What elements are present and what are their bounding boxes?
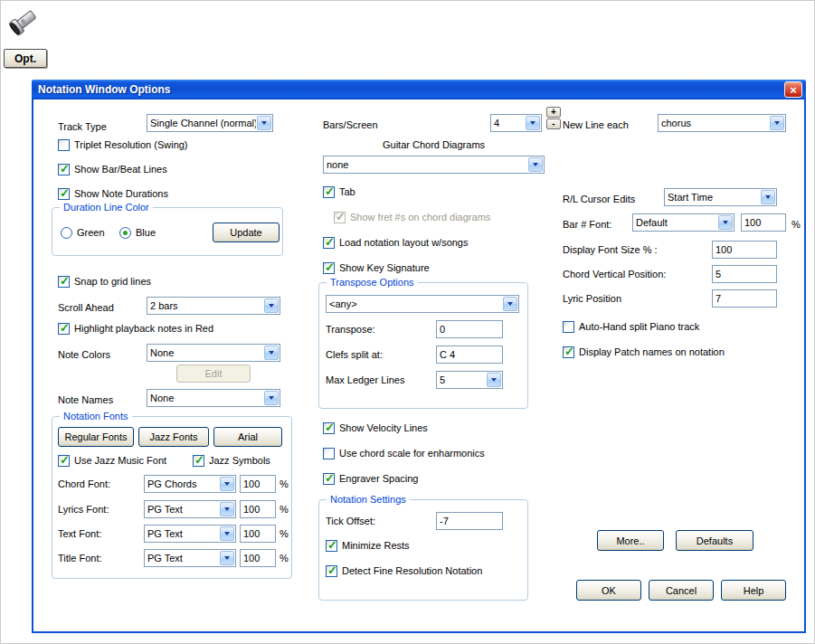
highlight-playback-checkbox[interactable]: Highlight playback notes in Red xyxy=(58,322,213,335)
bars-screen-plus-button[interactable]: + xyxy=(546,107,561,118)
radio-circle xyxy=(61,227,72,239)
text-font-select[interactable]: PG Text xyxy=(144,525,236,543)
show-bar-beat-lines-checkbox[interactable]: Show Bar/Beat Lines xyxy=(58,163,167,175)
chord-vertical-position-input[interactable] xyxy=(712,265,777,283)
show-fret-numbers-checkbox: Show fret #s on chord diagrams xyxy=(334,211,490,223)
track-type-select[interactable]: Single Channel (normal) xyxy=(147,114,273,132)
chevron-down-icon[interactable] xyxy=(257,116,271,130)
new-line-each-label: New Line each xyxy=(563,119,629,131)
chevron-down-icon[interactable] xyxy=(770,116,784,130)
lyrics-font-size-input[interactable] xyxy=(240,500,276,518)
bars-screen-value: 4 xyxy=(491,115,525,131)
radio-label: Green xyxy=(77,227,105,238)
jazz-fonts-button[interactable]: Jazz Fonts xyxy=(138,427,209,447)
chevron-down-icon[interactable] xyxy=(220,502,234,516)
scroll-ahead-select[interactable]: 2 bars xyxy=(147,297,280,315)
transpose-any-select[interactable]: <any> xyxy=(326,295,519,313)
show-note-durations-checkbox[interactable]: Show Note Durations xyxy=(58,187,168,200)
snap-to-grid-checkbox[interactable]: Snap to grid lines xyxy=(58,275,151,288)
note-colors-select[interactable]: None xyxy=(147,344,280,362)
transpose-any-value: <any> xyxy=(327,296,502,312)
blue-radio[interactable]: Blue xyxy=(119,226,156,239)
chevron-down-icon[interactable] xyxy=(264,346,279,360)
display-font-size-input[interactable] xyxy=(712,241,777,259)
lyric-position-input[interactable] xyxy=(712,289,777,308)
show-key-signature-checkbox[interactable]: Show Key Signature xyxy=(323,261,430,274)
lyrics-font-select[interactable]: PG Text xyxy=(144,500,236,518)
chevron-down-icon[interactable] xyxy=(220,526,234,541)
guitar-chord-diagrams-value: none xyxy=(324,156,527,173)
scroll-ahead-label: Scroll Ahead xyxy=(58,302,114,314)
title-font-select[interactable]: PG Text xyxy=(144,549,236,567)
show-velocity-lines-checkbox[interactable]: Show Velocity Lines xyxy=(323,421,428,434)
edit-button[interactable]: Edit xyxy=(176,365,251,383)
arial-button[interactable]: Arial xyxy=(213,427,282,447)
triplet-resolution-checkbox[interactable]: Triplet Resolution (Swing) xyxy=(58,138,188,151)
chord-font-select[interactable]: PG Chords xyxy=(144,475,236,493)
chevron-down-icon[interactable] xyxy=(528,157,543,172)
checkbox-box xyxy=(58,455,70,467)
chord-scale-enharmonics-checkbox[interactable]: Use chord scale for enharmonics xyxy=(323,447,485,459)
jazz-symbols-checkbox[interactable]: Jazz Symbols xyxy=(193,454,270,467)
bars-screen-minus-button[interactable]: - xyxy=(546,118,561,129)
checkbox-label: Show Bar/Beat Lines xyxy=(74,164,167,175)
checkbox-label: Load notation layout w/songs xyxy=(339,237,469,248)
detect-fine-resolution-checkbox[interactable]: Detect Fine Resolution Notation xyxy=(326,564,482,577)
load-notation-layout-checkbox[interactable]: Load notation layout w/songs xyxy=(323,236,469,249)
notation-window-options-dialog: Notation Window Options × Track Type Sin… xyxy=(32,80,806,633)
checkbox-box xyxy=(58,139,70,151)
note-colors-value: None xyxy=(147,345,263,361)
dialog-titlebar[interactable]: Notation Window Options × xyxy=(32,80,806,99)
tick-offset-input[interactable] xyxy=(436,512,503,530)
checkbox-label: Engraver Spacing xyxy=(339,473,418,484)
display-patch-names-checkbox[interactable]: Display Patch names on notation xyxy=(563,346,725,358)
title-font-size-input[interactable] xyxy=(240,549,276,567)
close-button[interactable]: × xyxy=(784,81,802,98)
use-jazz-music-font-checkbox[interactable]: Use Jazz Music Font xyxy=(58,454,166,467)
lyric-position-label: Lyric Position xyxy=(563,293,621,305)
bar-number-font-size-input[interactable] xyxy=(741,213,786,232)
checkbox-label: Snap to grid lines xyxy=(74,276,151,287)
track-type-value: Single Channel (normal) xyxy=(147,115,256,131)
clefs-split-input[interactable] xyxy=(436,346,503,364)
chevron-down-icon[interactable] xyxy=(761,190,775,204)
cursor-edits-select[interactable]: Start Time xyxy=(664,188,777,206)
chevron-down-icon[interactable] xyxy=(220,551,234,565)
guitar-chord-diagrams-select[interactable]: none xyxy=(323,156,545,174)
radio-circle xyxy=(119,227,131,239)
text-font-size-input[interactable] xyxy=(240,525,276,543)
update-button[interactable]: Update xyxy=(213,223,280,242)
ok-button[interactable]: OK xyxy=(576,580,641,601)
auto-hand-split-checkbox[interactable]: Auto-Hand split Piano track xyxy=(563,320,699,333)
opt-button[interactable]: Opt. xyxy=(4,49,47,68)
defaults-button[interactable]: Defaults xyxy=(676,530,753,551)
max-ledger-select[interactable]: 5 xyxy=(436,371,503,389)
chevron-down-icon[interactable] xyxy=(487,373,501,387)
chevron-down-icon[interactable] xyxy=(718,215,733,230)
transpose-input[interactable] xyxy=(436,320,503,338)
new-line-each-select[interactable]: chorus xyxy=(658,114,786,132)
checkbox-box xyxy=(58,188,70,200)
flashlight-icon[interactable] xyxy=(7,5,42,38)
more-button[interactable]: More.. xyxy=(597,530,664,551)
engraver-spacing-checkbox[interactable]: Engraver Spacing xyxy=(323,472,418,485)
regular-fonts-button[interactable]: Regular Fonts xyxy=(58,427,134,447)
chevron-down-icon[interactable] xyxy=(264,298,279,313)
arrow-glyph xyxy=(765,195,771,199)
tab-checkbox[interactable]: Tab xyxy=(323,185,355,198)
minimize-rests-checkbox[interactable]: Minimize Rests xyxy=(326,539,410,552)
chevron-down-icon[interactable] xyxy=(503,297,517,311)
green-radio[interactable]: Green xyxy=(61,226,105,239)
chord-font-size-input[interactable] xyxy=(240,475,276,493)
bar-number-font-select[interactable]: Default xyxy=(632,213,734,232)
cancel-button[interactable]: Cancel xyxy=(649,580,714,601)
group-title: Duration Line Color xyxy=(60,202,153,213)
bars-screen-select[interactable]: 4 xyxy=(490,114,542,132)
title-font-label: Title Font: xyxy=(58,553,102,564)
checkbox-box xyxy=(58,164,70,175)
chevron-down-icon[interactable] xyxy=(526,116,540,130)
chevron-down-icon[interactable] xyxy=(220,477,234,491)
help-button[interactable]: Help xyxy=(721,580,786,601)
note-names-select[interactable]: None xyxy=(147,389,280,407)
chevron-down-icon[interactable] xyxy=(264,391,279,405)
